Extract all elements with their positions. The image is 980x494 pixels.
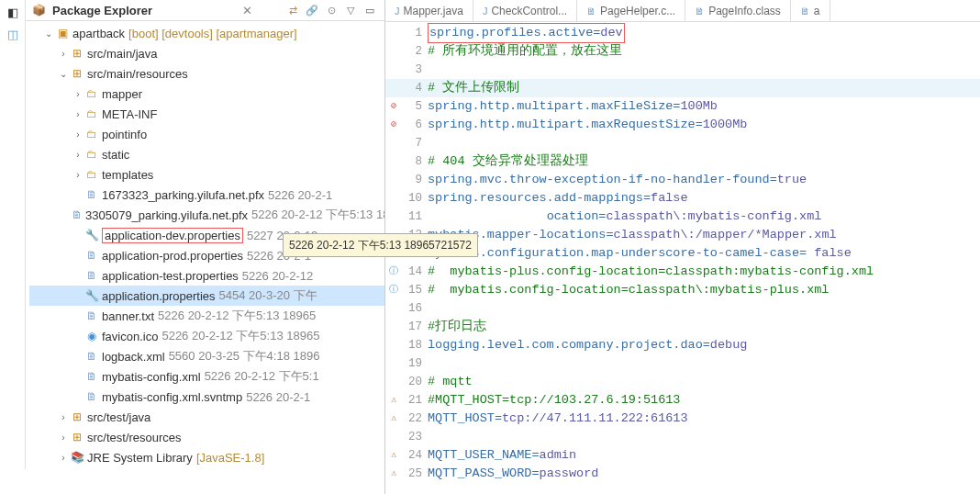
warning-marker-icon[interactable]: ⚠ <box>385 391 402 410</box>
tab-close-icon[interactable]: ✕ <box>242 4 252 17</box>
src-test-resources[interactable]: ›⊞src/test/resources <box>29 427 384 447</box>
tab-mapper[interactable]: JMapper.java <box>385 0 473 21</box>
explorer-title: Package Explorer <box>52 4 239 17</box>
src-main-resources[interactable]: ⌄⊞src/main/resources <box>29 63 384 84</box>
warning-marker-icon[interactable]: ⚠ <box>385 446 402 465</box>
file-mybatis-svn[interactable]: 🗎mybatis-config.xml.svntmp5226 20-2-1 <box>29 387 384 407</box>
info-marker-icon[interactable]: ⓘ <box>385 281 402 299</box>
src-main-java[interactable]: ›⊞src/main/java <box>29 43 384 63</box>
warning-marker-icon[interactable]: ⚠ <box>385 465 402 483</box>
folder-mapper[interactable]: ›🗀mapper <box>29 84 384 104</box>
class-file-icon: 🗎 <box>695 6 705 17</box>
file-mybatis[interactable]: 🗎mybatis-config.xml5226 20-2-12 下午5:1 <box>29 366 384 387</box>
error-marker-icon[interactable]: ⊘ <box>385 97 402 116</box>
collapse-button[interactable]: ⇄ <box>284 2 302 18</box>
file-pfx2[interactable]: 🗎3305079_parking.yilufa.net.pfx5226 20-2… <box>29 205 384 225</box>
java-file-icon: J <box>483 6 488 17</box>
editor-tabs: JMapper.java JCheckControl... 🗎PageHelpe… <box>385 0 980 22</box>
jre-library[interactable]: ›📚JRE System Library[JavaSE-1.8] <box>29 447 384 467</box>
error-marker-icon[interactable]: ⊘ <box>385 116 402 134</box>
warning-marker-icon[interactable]: ⚠ <box>385 410 402 428</box>
file-logback[interactable]: 🗎logback.xml5560 20-3-25 下午4:18 1896 <box>29 346 384 366</box>
tab-pageinfo[interactable]: 🗎PageInfo.class <box>685 0 791 21</box>
file-banner[interactable]: 🗎banner.txt5226 20-2-12 下午5:13 18965 <box>29 306 384 326</box>
toolbar-icon-2[interactable]: ◫ <box>5 26 21 42</box>
tab-pagehelper[interactable]: 🗎PageHelper.c... <box>577 0 685 21</box>
project-root[interactable]: ⌄▣apartback[boot] [devtools] [apartmanag… <box>29 23 384 43</box>
info-marker-icon[interactable]: ⓘ <box>385 263 402 281</box>
class-file-icon: 🗎 <box>586 6 596 17</box>
tab-checkcontrol[interactable]: JCheckControl... <box>473 0 577 21</box>
file-app-props[interactable]: 🔧application.properties5454 20-3-20 下午 <box>29 286 384 306</box>
folder-templates[interactable]: ›🗀templates <box>29 164 384 185</box>
tab-extra[interactable]: 🗎a <box>791 0 830 21</box>
minimize-button[interactable]: ▭ <box>361 2 379 18</box>
file-tooltip: 5226 20-2-12 下午5:13 18965721572 <box>283 233 478 257</box>
folder-pointinfo[interactable]: ›🗀pointinfo <box>29 124 384 144</box>
src-test-java[interactable]: ›⊞src/test/java <box>29 407 384 427</box>
link-button[interactable]: 🔗 <box>303 2 321 18</box>
file-app-test[interactable]: 🗎application-test.properties5226 20-2-12 <box>29 265 384 286</box>
file-pfx1[interactable]: 🗎1673323_parking.yilufa.net.pfx5226 20-2… <box>29 185 384 205</box>
file-favicon[interactable]: ◉favicon.ico5226 20-2-12 下午5:13 18965 <box>29 326 384 346</box>
folder-metainf[interactable]: ›🗀META-INF <box>29 104 384 124</box>
folder-static[interactable]: ›🗀static <box>29 144 384 164</box>
toolbar-icon-1[interactable]: ◧ <box>5 4 21 20</box>
menu-button[interactable]: ▽ <box>341 2 360 18</box>
package-icon: 📦 <box>31 3 46 17</box>
focus-button[interactable]: ⊙ <box>322 2 340 18</box>
file-icon: 🗎 <box>800 6 810 17</box>
code-editor[interactable]: 5226 20-2-12 下午5:13 18965721572 1spring.… <box>385 22 980 483</box>
java-file-icon: J <box>395 6 400 17</box>
